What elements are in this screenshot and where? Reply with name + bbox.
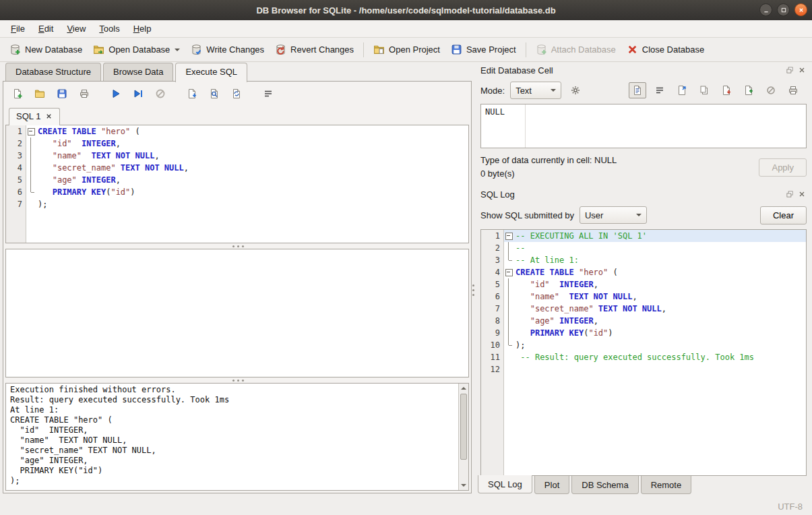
open-project-icon: [373, 44, 385, 55]
minimize-icon[interactable]: [759, 3, 772, 16]
titlebar[interactable]: DB Browser for SQLite - /home/user/code/…: [0, 0, 812, 20]
sql-log-view[interactable]: 1-- EXECUTING ALL IN 'SQL 1'2--3-- At li…: [480, 229, 807, 476]
scroll-up-icon[interactable]: [459, 384, 468, 393]
code-line: 4 "secret_name" TEXT NOT NULL,: [6, 162, 468, 174]
fold-marker-icon[interactable]: [504, 278, 513, 291]
auto-switch-mode-icon[interactable]: [567, 82, 584, 98]
results-pane[interactable]: [5, 249, 469, 377]
auto-format-icon[interactable]: [259, 86, 277, 102]
revert-changes-button[interactable]: Revert Changes: [270, 40, 359, 59]
execute-current-line-icon[interactable]: [129, 86, 147, 102]
fold-marker-icon[interactable]: [26, 138, 36, 150]
cell-editor[interactable]: NULL: [480, 104, 807, 148]
submitted-by-select[interactable]: User: [580, 206, 647, 224]
export-cell-icon[interactable]: [740, 82, 757, 98]
word-wrap-icon[interactable]: [651, 82, 668, 98]
mode-value: Text: [516, 86, 532, 96]
open-external-icon[interactable]: [673, 82, 691, 98]
code-text: --: [513, 242, 525, 254]
fold-column: [504, 363, 513, 375]
write-changes-button[interactable]: Write Changes: [185, 40, 270, 59]
tab-execute-sql[interactable]: Execute SQL: [175, 63, 247, 82]
export-results-icon[interactable]: [183, 86, 201, 102]
execute-all-icon[interactable]: [107, 86, 125, 102]
code-line-body: "id" INTEGER,: [26, 138, 468, 150]
fold-marker-icon[interactable]: [26, 150, 36, 162]
line-number: 8: [481, 315, 504, 327]
fold-marker-icon[interactable]: [504, 291, 513, 303]
menu-item-help[interactable]: Help: [127, 21, 158, 36]
execution-log[interactable]: Execution finished without errors. Resul…: [5, 383, 469, 491]
find-replace-icon[interactable]: [228, 86, 245, 102]
tab-browse-data[interactable]: Browse Data: [103, 63, 173, 81]
text-mode-icon[interactable]: [629, 82, 646, 98]
maximize-icon[interactable]: [777, 3, 790, 16]
float-icon[interactable]: [785, 189, 794, 199]
fold-marker-icon[interactable]: [504, 327, 513, 339]
fold-marker-icon[interactable]: [504, 266, 513, 278]
dock-close-icon[interactable]: [797, 65, 807, 75]
fold-column: [26, 198, 36, 210]
code-line: 3 "name" TEXT NOT NULL,: [6, 150, 468, 162]
close-icon[interactable]: [794, 3, 807, 16]
open-database-button[interactable]: Open Database: [88, 40, 185, 59]
set-null-icon[interactable]: [762, 82, 780, 98]
code-line: 6 "name" TEXT NOT NULL,: [481, 291, 806, 303]
clear-button[interactable]: Clear: [760, 206, 807, 224]
import-cell-icon[interactable]: [718, 82, 735, 98]
bottom-tab-sql-log[interactable]: SQL Log: [478, 475, 532, 493]
save-sql-file-icon[interactable]: [53, 86, 71, 102]
fold-marker-icon[interactable]: [504, 315, 513, 327]
toolbar-separator: [363, 42, 364, 57]
sql-tab[interactable]: SQL 1: [9, 108, 60, 125]
save-project-button[interactable]: Save Project: [445, 40, 522, 59]
menu-item-edit[interactable]: Edit: [32, 21, 60, 36]
mode-select[interactable]: Text: [510, 82, 561, 99]
code-text: "id" INTEGER,: [36, 138, 121, 150]
open-sql-file-icon[interactable]: [31, 86, 49, 102]
fold-marker-icon[interactable]: [26, 125, 36, 138]
new-sql-tab-icon[interactable]: [9, 86, 26, 102]
splitter-results-log[interactable]: [3, 377, 471, 383]
attach-database-button[interactable]: Attach Database: [530, 40, 621, 59]
open-project-button[interactable]: Open Project: [368, 40, 445, 59]
fold-marker-icon[interactable]: [504, 230, 513, 242]
tab-database-structure[interactable]: Database Structure: [5, 63, 101, 81]
code-line-body: "age" INTEGER,: [26, 174, 468, 186]
scroll-thumb[interactable]: [460, 394, 467, 460]
bottom-tab-remote[interactable]: Remote: [641, 476, 692, 494]
fold-marker-icon[interactable]: [26, 186, 36, 198]
dock-close-icon[interactable]: [797, 189, 807, 199]
menu-item-view[interactable]: View: [60, 21, 92, 36]
fold-marker-icon[interactable]: [504, 242, 513, 254]
scrollbar-vertical[interactable]: [458, 384, 468, 490]
tab-close-icon[interactable]: [45, 113, 53, 120]
fold-marker-icon[interactable]: [26, 174, 36, 186]
fold-marker-icon[interactable]: [26, 162, 36, 174]
code-line-body: "secret_name" TEXT NOT NULL,: [504, 303, 806, 315]
float-icon[interactable]: [785, 65, 794, 75]
menu-item-file[interactable]: File: [4, 21, 32, 36]
fold-marker-icon[interactable]: [504, 254, 513, 266]
stop-icon[interactable]: [152, 86, 169, 102]
fold-marker-icon[interactable]: [504, 303, 513, 315]
find-icon[interactable]: [206, 86, 223, 102]
bottom-tab-plot[interactable]: Plot: [534, 476, 569, 494]
fold-marker-icon[interactable]: [504, 339, 513, 351]
chevron-down-icon: [636, 214, 642, 219]
sql-editor[interactable]: 1CREATE TABLE "hero" (2 "id" INTEGER,3 "…: [5, 125, 469, 243]
code-line: 1CREATE TABLE "hero" (: [6, 125, 468, 138]
scroll-down-icon[interactable]: [459, 481, 468, 490]
splitter-editor-results[interactable]: [3, 243, 471, 249]
copy-cell-icon[interactable]: [695, 82, 713, 98]
print-icon[interactable]: [75, 86, 93, 102]
statusbar: UTF-8: [0, 497, 812, 515]
new-database-button[interactable]: New Database: [4, 40, 88, 59]
bottom-tab-db-schema[interactable]: DB Schema: [571, 476, 638, 494]
menu-item-tools[interactable]: Tools: [92, 21, 126, 36]
close-database-button[interactable]: Close Database: [621, 40, 710, 59]
apply-button[interactable]: Apply: [759, 158, 807, 177]
dropdown-caret-icon[interactable]: [175, 49, 180, 54]
print-cell-icon[interactable]: [784, 82, 802, 98]
new-database-icon: [9, 44, 21, 55]
